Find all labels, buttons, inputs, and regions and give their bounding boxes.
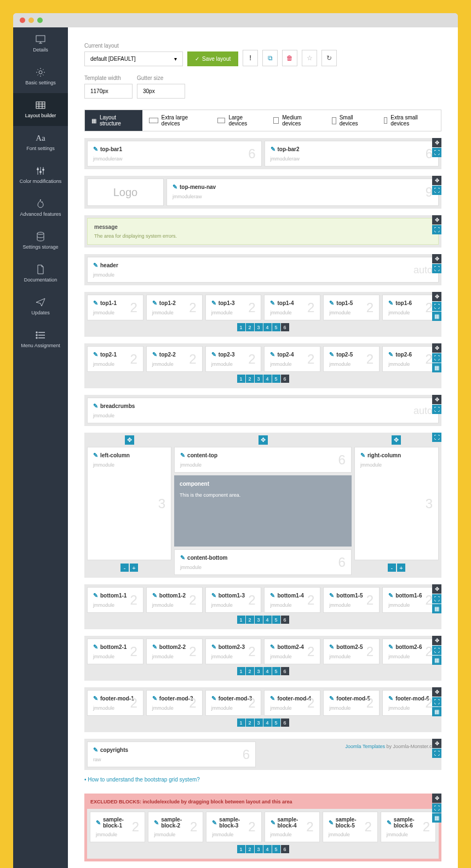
block-sample-block-3[interactable]: ✎sample-block-3jmmodule2 [206,812,261,842]
block-top2-3[interactable]: ✎top2-3jmmodule2 [205,346,262,372]
grid-toggle-icon[interactable]: ▦ [432,604,441,613]
page-3[interactable]: 3 [255,323,263,331]
page-3[interactable]: 3 [255,845,263,853]
move-icon[interactable]: ✥ [432,215,441,225]
block-footer-mod-3[interactable]: ✎footer-mod-3jmmodule2 [205,690,262,716]
page-3[interactable]: 3 [255,667,263,675]
fullscreen-icon[interactable]: ⛶ [432,225,441,234]
block-top1-2[interactable]: ✎top1-2jmmodule2 [146,295,203,320]
block-content-bottom[interactable]: ✎content-bottomjmmodule6 [174,549,352,575]
sidebar-item-documentation[interactable]: Documentation [13,257,68,290]
page-2[interactable]: 2 [246,845,254,853]
block-footer-mod-4[interactable]: ✎footer-mod-4jmmodule2 [264,690,320,716]
fullscreen-icon[interactable]: ⛶ [432,264,441,273]
sidebar-item-advanced-features[interactable]: Advanced features [13,192,68,225]
block-copyrights[interactable]: ✎copyrightsraw6 [87,741,256,767]
block-sample-block-4[interactable]: ✎sample-block-4jmmodule2 [265,812,320,842]
minus-button[interactable]: - [120,564,129,572]
block-message[interactable]: messageThe area for displaying system er… [87,218,439,245]
fullscreen-icon[interactable]: ⛶ [432,433,441,442]
page-6[interactable]: 6 [281,718,289,727]
block-sample-block-5[interactable]: ✎sample-block-5jmmodule2 [323,812,378,842]
sidebar-item-color-modifications[interactable]: Color modifications [13,159,68,192]
page-5[interactable]: 5 [272,323,280,331]
block-bottom2-2[interactable]: ✎bottom2-2jmmodule2 [146,639,203,664]
grid-toggle-icon[interactable]: ▦ [432,363,441,372]
fullscreen-icon[interactable]: ⛶ [432,186,441,195]
sidebar-item-basic-settings[interactable]: Basic settings [13,60,68,93]
fullscreen-icon[interactable]: ⛶ [432,803,441,813]
page-1[interactable]: 1 [237,845,245,853]
fullscreen-icon[interactable]: ⛶ [432,749,441,758]
block-bottom2-3[interactable]: ✎bottom2-3jmmodule2 [205,639,262,664]
page-5[interactable]: 5 [272,718,280,727]
star-button[interactable]: ☆ [302,50,317,66]
block-sample-block-6[interactable]: ✎sample-block-6jmmodule2 [381,812,436,842]
block-top2-6[interactable]: ✎top2-6jmmodule2 [382,346,439,372]
fullscreen-icon[interactable]: ⛶ [432,302,441,311]
page-5[interactable]: 5 [272,667,280,675]
info-button[interactable]: ! [243,50,258,66]
move-icon[interactable]: ✥ [432,254,441,263]
page-4[interactable]: 4 [263,845,272,853]
sidebar-item-layout-builder[interactable]: Layout builder [13,93,68,126]
plus-button[interactable]: + [397,564,405,572]
fullscreen-icon[interactable]: ⛶ [432,594,441,603]
fullscreen-icon[interactable]: ⛶ [432,148,441,157]
page-4[interactable]: 4 [263,667,272,675]
block-top1-5[interactable]: ✎top1-5jmmodule2 [323,295,380,320]
page-3[interactable]: 3 [255,616,263,624]
move-icon[interactable]: ✥ [432,584,441,594]
move-icon[interactable]: ✥ [432,636,441,645]
block-bottom2-5[interactable]: ✎bottom2-5jmmodule2 [323,639,380,664]
page-6[interactable]: 6 [281,616,289,624]
page-1[interactable]: 1 [237,667,245,675]
block-bottom1-3[interactable]: ✎bottom1-3jmmodule2 [205,587,262,613]
block-top1-3[interactable]: ✎top1-3jmmodule2 [205,295,262,320]
page-4[interactable]: 4 [263,323,272,331]
block-bottom2-6[interactable]: ✎bottom2-6jmmodule2 [382,639,439,664]
grid-toggle-icon[interactable]: ▦ [432,312,441,321]
plus-button[interactable]: + [130,564,138,572]
page-4[interactable]: 4 [263,616,272,624]
page-5[interactable]: 5 [272,845,280,853]
copy-button[interactable]: ⧉ [262,50,278,66]
grid-help-link[interactable]: • How to understand the bootstrap grid s… [84,777,441,783]
block-footer-mod-6[interactable]: ✎footer-mod-6jmmodule2 [382,690,439,716]
fullscreen-icon[interactable]: ⛶ [432,697,441,706]
page-6[interactable]: 6 [281,375,289,383]
block-top-bar2[interactable]: ✎top-bar2jmmoduleraw6 [265,141,439,166]
block-top-bar1[interactable]: ✎top-bar1jmmoduleraw6 [87,141,262,166]
block-top2-1[interactable]: ✎top2-1jmmodule2 [87,346,143,372]
page-2[interactable]: 2 [246,667,254,675]
block-logo[interactable]: Logo [87,179,164,206]
block-bottom1-4[interactable]: ✎bottom1-4jmmodule2 [264,587,320,613]
page-2[interactable]: 2 [246,375,254,383]
block-bottom1-2[interactable]: ✎bottom1-2jmmodule2 [146,587,203,613]
drag-handle-icon[interactable]: ✥ [259,435,268,445]
block-footer-mod-2[interactable]: ✎footer-mod-2jmmodule2 [146,690,203,716]
minimize-icon[interactable] [28,18,34,23]
block-footer-mod-1[interactable]: ✎footer-mod-1jmmodule2 [87,690,143,716]
move-icon[interactable]: ✥ [432,292,441,301]
block-bottom2-1[interactable]: ✎bottom2-1jmmodule2 [87,639,143,664]
fullscreen-icon[interactable]: ⛶ [432,353,441,363]
tab-layout-structure[interactable]: ▦ Layout structure [85,110,142,131]
block-top2-4[interactable]: ✎top2-4jmmodule2 [264,346,320,372]
page-2[interactable]: 2 [246,616,254,624]
move-icon[interactable]: ✥ [432,739,441,748]
page-4[interactable]: 4 [263,375,272,383]
block-bottom1-6[interactable]: ✎bottom1-6jmmodule2 [382,587,439,613]
move-icon[interactable]: ✥ [432,176,441,185]
block-header[interactable]: ✎headerjmmoduleauto [87,257,439,283]
grid-toggle-icon[interactable]: ▦ [432,813,441,823]
page-1[interactable]: 1 [237,323,245,331]
move-icon[interactable]: ✥ [432,395,441,404]
tab-medium[interactable]: Medium devices [267,110,325,131]
block-top1-1[interactable]: ✎top1-1jmmodule2 [87,295,143,320]
block-top1-6[interactable]: ✎top1-6jmmodule2 [382,295,439,320]
page-6[interactable]: 6 [281,323,289,331]
save-layout-button[interactable]: ✓ Save layout [187,51,238,66]
sidebar-item-font-settings[interactable]: Aa Font settings [13,126,68,159]
page-2[interactable]: 2 [246,718,254,727]
